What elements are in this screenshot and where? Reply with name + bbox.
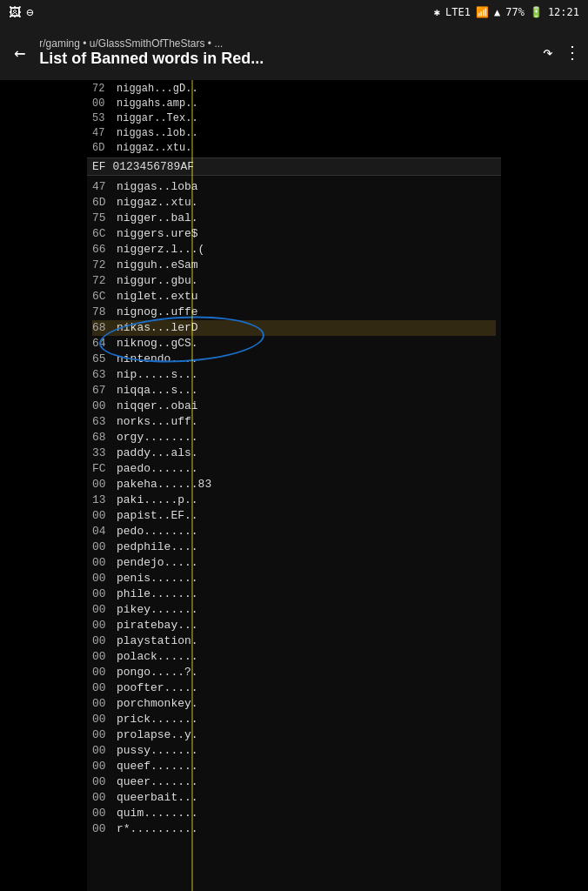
status-right-info: ✱ LTE1 📶 ▲ 77% 🔋 12:21	[434, 6, 579, 18]
code-line-nintendo: 65nintendo....	[92, 352, 496, 367]
code-line: 00prick.......	[92, 712, 496, 727]
code-line: FCpaedo.......	[92, 461, 496, 477]
nav-content: r/gaming • u/GlassSmithOfTheStars • ... …	[39, 37, 536, 68]
code-line: 00pakeha......83	[92, 477, 496, 492]
top-partial-lines: 72niggah...gD.. 00niggahs.amp.. 53niggar…	[87, 80, 501, 157]
code-line: 04pedo........	[92, 524, 496, 539]
yellow-highlight-line	[191, 80, 193, 891]
code-line: 00playstation.	[92, 633, 496, 649]
code-line: 00papist..EF..	[92, 508, 496, 524]
code-line: 67niqqa...s...	[92, 383, 496, 399]
right-panel	[501, 80, 588, 891]
code-line: 13paki.....p..	[92, 492, 496, 508]
battery-level: 77%	[505, 6, 525, 18]
code-line: 78nignog..uffe	[92, 305, 496, 320]
code-line: 00pussy.......	[92, 743, 496, 759]
carrier-info: LTE1	[445, 6, 471, 18]
code-block: 72niggah...gD.. 00niggahs.amp.. 53niggar…	[87, 80, 501, 891]
code-line: 00penis.......	[92, 571, 496, 586]
code-line: 6Dniggaz..xtu.	[92, 141, 496, 156]
code-line: 63nip.....s...	[92, 367, 496, 383]
more-options-button[interactable]: ⋮	[564, 42, 581, 63]
signal-icon: ▲	[494, 6, 500, 18]
status-bar: 🖼 ⊖ ✱ LTE1 📶 ▲ 77% 🔋 12:21	[0, 0, 588, 24]
nav-actions: ↷ ⋮	[543, 42, 581, 63]
code-line: 00porchmonkey.	[92, 696, 496, 712]
code-line: 47niggas..loba	[92, 179, 496, 195]
nav-bar: ← r/gaming • u/GlassSmithOfTheStars • ..…	[0, 24, 588, 80]
code-line: 72nigguh..eSam	[92, 258, 496, 273]
code-line: 00queer.......	[92, 774, 496, 790]
code-line: 6Dniggaz..xtu.	[92, 195, 496, 211]
image-icon: 🖼	[9, 5, 21, 19]
hex-header: EF 0123456789AF	[87, 157, 501, 176]
code-line: 6Cniggers.ure$	[92, 226, 496, 242]
code-line: 68orgy........	[92, 430, 496, 446]
code-line: 00pikey.......	[92, 602, 496, 618]
code-line: 00r*..........	[92, 821, 496, 837]
minus-icon: ⊖	[26, 5, 33, 19]
code-line: 33paddy...als.	[92, 446, 496, 461]
code-line: 66niggerz.l...(	[92, 242, 496, 258]
code-line: 00pendejo.....	[92, 555, 496, 571]
share-button[interactable]: ↷	[543, 42, 553, 63]
code-line-niknog: 64niknog..gCS.	[92, 336, 496, 352]
code-line: 00poofter.....	[92, 680, 496, 696]
code-line: 47niggas..lob..	[92, 126, 496, 141]
code-line: 63norks...uff.	[92, 414, 496, 430]
clock: 12:21	[548, 6, 579, 18]
content-area: 72niggah...gD.. 00niggahs.amp.. 53niggar…	[0, 80, 588, 891]
code-line: 6Cniglet..extu	[92, 289, 496, 305]
code-line: 00polack......	[92, 649, 496, 665]
status-left-icons: 🖼 ⊖	[9, 5, 33, 19]
code-line: 00queerbait...	[92, 790, 496, 806]
code-line: 72niggah...gD..	[92, 82, 496, 97]
code-line: 00pedphile....	[92, 539, 496, 555]
bluetooth-icon: ✱	[434, 6, 440, 18]
code-line-highlighted: 68nikas...lerD	[92, 320, 496, 336]
post-title: List of Banned words in Red...	[39, 50, 536, 68]
code-content: 47niggas..loba 6Dniggaz..xtu. 75nigger..…	[87, 176, 501, 841]
code-line: 53niggar..Tex..	[92, 111, 496, 126]
code-line: 00quim........	[92, 806, 496, 821]
code-line: 72niggur..gbu.	[92, 273, 496, 289]
code-line: 00niggahs.amp..	[92, 97, 496, 111]
wifi-icon: 📶	[476, 6, 489, 18]
back-button[interactable]: ←	[7, 35, 32, 70]
code-line: 00prolapse..y.	[92, 727, 496, 743]
code-line: 00niqqer..obai	[92, 399, 496, 414]
battery-icon: 🔋	[530, 6, 543, 18]
subreddit-info: r/gaming • u/GlassSmithOfTheStars • ...	[39, 37, 536, 50]
code-line: 00phile.......	[92, 586, 496, 602]
left-panel	[0, 80, 87, 891]
code-line: 00pongo.....?.	[92, 665, 496, 680]
code-line: 75nigger..bal.	[92, 211, 496, 226]
code-line: 00queef.......	[92, 759, 496, 774]
code-line: 00piratebay...	[92, 618, 496, 633]
